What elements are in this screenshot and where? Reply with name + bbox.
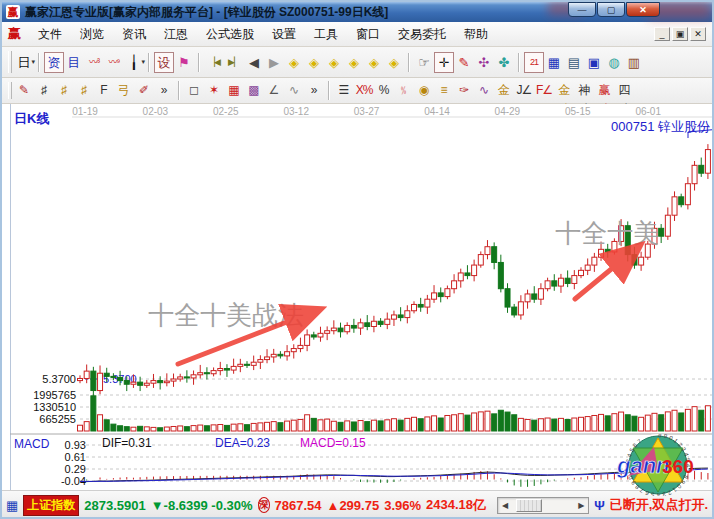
menu-item-tools[interactable]: 工具 [305,24,347,45]
menu-item-gann[interactable]: 江恩 [155,24,197,45]
menu-item-formula-stock-pick[interactable]: 公式选股 [197,24,263,45]
svg-text:0.93: 0.93 [65,439,86,451]
horizontal-scrollbar[interactable]: ◀ ▶ [497,497,589,514]
gold-line-icon[interactable]: ≡ [434,81,454,100]
close-button[interactable]: ✕ [626,2,660,17]
shenzhen-index-change: ▲299.75 [327,498,380,513]
shanghai-index-value: 2873.5901 [84,498,145,513]
menu-item-window[interactable]: 窗口 [347,24,389,45]
minute9-line-icon[interactable]: 〰⁹ [104,52,124,73]
maximize-button[interactable]: ▢ [597,2,625,17]
last-page-icon[interactable]: ▶▏ [224,52,244,73]
menu-item-browse[interactable]: 浏览 [71,24,113,45]
gold-circle-icon[interactable]: ◉ [414,81,434,100]
menu-item-file[interactable]: 文件 [29,24,71,45]
zoom-out-diamond-icon[interactable]: ◈ [344,52,364,73]
ink-pen-icon[interactable]: ✑ [454,81,474,100]
svg-text:03-27: 03-27 [354,106,380,117]
connection-status-text[interactable]: 已断开,双点打开. [610,496,708,514]
mdi-minimize-button[interactable]: _ [654,27,670,41]
menu-bar: 赢 文件 浏览 资讯 江恩 公式选股 设置 工具 窗口 交易委托 帮助 _ ▣ … [2,22,712,47]
shanghai-index-badge[interactable]: 上证指数 [23,495,79,516]
expand-diamond-icon[interactable]: ◈ [384,52,404,73]
wave-line-icon[interactable]: ∿ [284,81,304,100]
scroll-right-arrow[interactable]: ▶ [574,501,588,510]
hand-tool-icon[interactable]: ☞ [414,52,434,73]
next-symbol-icon[interactable]: ▶ [264,52,284,73]
calculator-icon[interactable]: ▦ [544,52,564,73]
scale-ruler-icon[interactable]: ☰ [334,81,354,100]
candle-style-selector[interactable]: ╽▾ [124,52,144,73]
more-draw-chevron[interactable]: » [304,81,324,100]
brush-pen-icon[interactable]: ✎ [14,81,34,100]
toolbar-separator [408,53,410,72]
f-grid-icon[interactable]: F [94,81,114,100]
svg-text:1330510: 1330510 [33,401,76,413]
gold-underline-icon[interactable]: 金 [494,81,514,100]
angle-line-icon[interactable]: ∠ [264,81,284,100]
wave-teal-tool-icon[interactable]: ✤ [494,52,514,73]
x-percent-icon[interactable]: X% [354,81,374,100]
svg-text:MACD=0.15: MACD=0.15 [300,436,366,450]
gold-angle-icon[interactable]: 金∠ [554,81,574,100]
svg-text:06-01: 06-01 [635,106,661,117]
gann-fan-icon[interactable]: ✶ [204,81,224,100]
zoom-in-diamond-icon[interactable]: ◈ [324,52,344,73]
svg-text:04-14: 04-14 [424,106,450,117]
scroll-thumb[interactable] [516,499,542,512]
network-share-icon[interactable]: ◍ [604,52,624,73]
crosshair-tool-icon[interactable]: ✛ [434,52,454,73]
four-angle-icon[interactable]: 四∠ [614,81,634,100]
angle-pen-tool-icon[interactable]: ✎ [454,52,474,73]
prev-symbol-icon[interactable]: ◀ [244,52,264,73]
notepad-icon[interactable]: ▤ [564,52,584,73]
settings-boxed-icon[interactable]: 设 [154,52,174,73]
menu-item-help[interactable]: 帮助 [455,24,497,45]
ruler-pen-icon[interactable]: ✐ [134,81,154,100]
calendar-icon[interactable]: 21 [524,52,544,73]
compress-diamond-icon[interactable]: ◈ [364,52,384,73]
menu-item-news[interactable]: 资讯 [113,24,155,45]
dropdown-arrow-icon: ▾ [31,52,35,71]
mdi-restore-button[interactable]: ▣ [672,27,688,41]
minimize-button[interactable]: — [568,2,596,17]
connection-antenna-icon[interactable]: Ψ [594,498,605,513]
app-window: 赢 赢家江恩专业版[赢家内部服务平台] - [锌业股份 SZ000751-99日… [0,0,714,519]
percent-line-icon[interactable]: ﹪ [394,81,414,100]
gann-box-icon[interactable]: ◻ [184,81,204,100]
spiral-tool-icon[interactable]: 弓 [114,81,134,100]
save-icon[interactable]: ▣ [584,52,604,73]
mdi-close-button[interactable]: ✕ [690,27,706,41]
shenzhen-index-icon[interactable]: 深 [258,497,270,513]
calendar-status-icon[interactable]: ▦ [6,498,18,513]
scroll-left-arrow[interactable]: ◀ [498,501,512,510]
minute3-line-icon[interactable]: 〰³ [84,52,104,73]
win-angle-icon[interactable]: 赢∠ [594,81,614,100]
report-icon[interactable]: 目 [64,52,84,73]
svg-text:02-03: 02-03 [143,106,169,117]
more-tools-chevron[interactable]: » [154,81,174,100]
mail-send-icon[interactable]: ▥ [624,52,644,73]
shen-angle-icon[interactable]: 神∠ [574,81,594,100]
period-day-selector[interactable]: 日▾ [14,52,34,73]
menu-item-trade[interactable]: 交易委托 [389,24,455,45]
flag-indicator-icon[interactable]: ⚑ [174,52,194,73]
f-angle-icon[interactable]: F∠ [534,81,554,100]
gold-grid-icon[interactable]: ♯ [54,81,74,100]
info-f10-icon[interactable]: 资 [44,52,64,73]
gann-purple-tool-icon[interactable]: ✣ [474,52,494,73]
j-angle-icon[interactable]: J∠ [514,81,534,100]
pan-right-diamond-icon[interactable]: ◈ [304,52,324,73]
candlestick-chart[interactable]: 01-1902-0302-2503-1203-2704-1404-2905-15… [10,104,714,490]
first-page-icon[interactable]: ▕◀ [204,52,224,73]
ah-wave-icon[interactable]: ∿ [474,81,494,100]
toolbar-separator [198,53,200,72]
menu-item-settings[interactable]: 设置 [263,24,305,45]
gold-grid2-icon[interactable]: ♯ [74,81,94,100]
grid-lines-icon[interactable]: ♯ [34,81,54,100]
gann-grid-icon[interactable]: ▩ [244,81,264,100]
pan-left-diamond-icon[interactable]: ◈ [284,52,304,73]
percent-icon[interactable]: % [374,81,394,100]
chart-area[interactable]: 01-1902-0302-2503-1203-2704-1404-2905-15… [2,104,712,490]
gann-square-icon[interactable]: ▦ [224,81,244,100]
